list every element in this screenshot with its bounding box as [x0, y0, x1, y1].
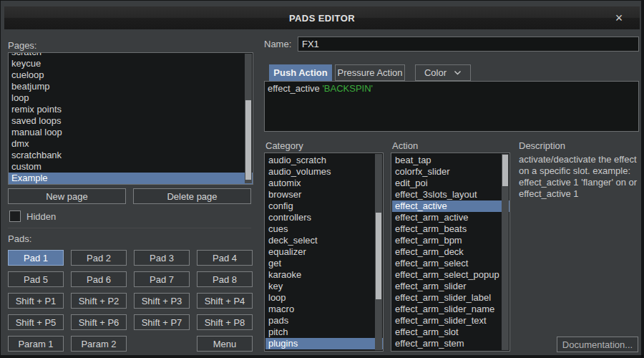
- pad-button[interactable]: Pad 8: [197, 271, 253, 287]
- action-item[interactable]: effect_arm_select: [392, 258, 509, 269]
- pages-list-item[interactable]: keycue: [9, 58, 253, 69]
- action-item[interactable]: effect_arm_slider_label: [392, 292, 509, 304]
- pad-button[interactable]: Pad 3: [134, 250, 190, 266]
- pad-button[interactable]: Shift + P5: [8, 314, 64, 330]
- category-item[interactable]: key: [265, 281, 383, 292]
- category-scrollbar[interactable]: [375, 154, 382, 350]
- pad-button[interactable]: Pad 2: [71, 250, 127, 266]
- chevron-down-icon: [454, 70, 462, 75]
- pad-button[interactable]: Shift + P8: [197, 314, 253, 330]
- tab-push-action[interactable]: Push Action: [269, 64, 332, 81]
- pad-button[interactable]: Pad 6: [71, 271, 127, 287]
- action-item[interactable]: effect_3slots_layout: [392, 189, 509, 200]
- tab-push-action-label: Push Action: [273, 67, 327, 78]
- pads-editor-dialog: PADS EDITOR × Pages: scratchkeycuecueloo…: [0, 0, 644, 358]
- pad-button[interactable]: Shift + P1: [8, 293, 64, 309]
- dialog-title: PADS EDITOR: [289, 13, 355, 24]
- pages-list[interactable]: scratchkeycuecueloopbeatjumploopremix po…: [8, 52, 253, 185]
- close-icon[interactable]: ×: [611, 6, 627, 29]
- action-item[interactable]: effect_arm_stem: [392, 338, 509, 349]
- pages-list-item[interactable]: remix points: [9, 104, 253, 115]
- category-item[interactable]: loop: [265, 292, 383, 304]
- category-item[interactable]: pitch: [265, 326, 383, 338]
- action-header: Action: [392, 140, 418, 151]
- window-frame-bottom: [1, 355, 643, 357]
- category-list[interactable]: audio_scratchaudio_volumesautomixbrowser…: [264, 153, 384, 352]
- action-item[interactable]: effect_active: [392, 200, 509, 212]
- action-scrollbar[interactable]: [502, 154, 509, 350]
- action-item[interactable]: effect_arm_slider_name: [392, 304, 509, 315]
- pad-button[interactable]: Param 2: [71, 336, 127, 352]
- action-item[interactable]: effect_arm_active: [392, 212, 509, 223]
- name-label: Name:: [264, 39, 291, 49]
- pad-button[interactable]: Shift + P3: [134, 293, 190, 309]
- pad-button[interactable]: Pad 4: [197, 250, 253, 266]
- category-item[interactable]: browser: [265, 189, 383, 200]
- hidden-label: Hidden: [26, 211, 56, 222]
- pages-list-item[interactable]: scratchbank: [9, 150, 253, 161]
- pad-button[interactable]: Shift + P6: [71, 314, 127, 330]
- pages-list-item[interactable]: custom: [9, 161, 253, 173]
- category-item[interactable]: automix: [265, 178, 383, 189]
- category-item[interactable]: deck_select: [265, 235, 383, 246]
- action-scrollbar-thumb[interactable]: [502, 155, 508, 186]
- name-input[interactable]: [298, 37, 639, 52]
- category-scrollbar-thumb[interactable]: [376, 213, 381, 299]
- category-item[interactable]: pads: [265, 315, 383, 326]
- pages-scrollbar-thumb[interactable]: [245, 100, 251, 179]
- action-item[interactable]: effect_arm_bpm: [392, 235, 509, 246]
- pages-scrollbar[interactable]: [245, 54, 252, 183]
- action-item[interactable]: colorfx_slider: [392, 166, 509, 178]
- pad-button[interactable]: Pad 1: [8, 250, 64, 266]
- pad-button[interactable]: Pad 5: [8, 271, 64, 287]
- pad-button[interactable]: Shift + P4: [197, 293, 253, 309]
- script-editor[interactable]: effect_active 'BACKSPIN': [264, 81, 639, 132]
- pages-list-item[interactable]: saved loops: [9, 115, 253, 127]
- pads-label: Pads:: [8, 233, 31, 244]
- pages-list-item[interactable]: manual loop: [9, 127, 253, 138]
- category-item[interactable]: audio_scratch: [265, 155, 383, 166]
- category-item[interactable]: macro: [265, 304, 383, 315]
- documentation-label: Documentation...: [562, 339, 633, 350]
- tab-pressure-action[interactable]: Pressure Action: [335, 64, 405, 81]
- description-header: Description: [519, 140, 565, 151]
- action-item[interactable]: beat_tap: [392, 155, 509, 166]
- category-item[interactable]: audio_volumes: [265, 166, 383, 178]
- color-dropdown[interactable]: Color: [415, 64, 471, 81]
- pages-list-item[interactable]: cueloop: [9, 69, 253, 81]
- script-string-literal: 'BACKSPIN': [322, 83, 373, 94]
- action-item[interactable]: effect_arm_slot: [392, 326, 509, 338]
- pages-list-item[interactable]: Example: [9, 173, 253, 184]
- pages-list-item[interactable]: beatjump: [9, 81, 253, 92]
- action-item[interactable]: effect_arm_slider: [392, 281, 509, 292]
- category-item[interactable]: get: [265, 258, 383, 269]
- category-header: Category: [265, 140, 303, 151]
- category-item[interactable]: karaoke: [265, 269, 383, 281]
- divider: [8, 228, 251, 228]
- category-item[interactable]: cues: [265, 223, 383, 235]
- action-item[interactable]: effect_arm_deck: [392, 246, 509, 258]
- action-item[interactable]: effect_arm_slider_text: [392, 315, 509, 326]
- title-bar: PADS EDITOR ×: [4, 6, 640, 29]
- pad-button[interactable]: Pad 7: [134, 271, 190, 287]
- category-item[interactable]: plugins: [265, 338, 383, 349]
- hidden-checkbox[interactable]: [9, 211, 21, 222]
- pad-button[interactable]: Shift + P2: [71, 293, 127, 309]
- pages-label: Pages:: [8, 40, 36, 51]
- action-item[interactable]: effect_arm_beats: [392, 223, 509, 235]
- delete-page-button[interactable]: Delete page: [133, 188, 251, 204]
- pages-list-item[interactable]: scratch: [9, 52, 253, 58]
- documentation-button[interactable]: Documentation...: [557, 337, 638, 352]
- pad-button[interactable]: Menu: [197, 336, 253, 352]
- pad-button[interactable]: Param 1: [8, 336, 64, 352]
- pad-button[interactable]: Shift + P7: [134, 314, 190, 330]
- action-item[interactable]: edit_poi: [392, 178, 509, 189]
- category-item[interactable]: config: [265, 200, 383, 212]
- action-item[interactable]: effect_arm_select_popup: [392, 269, 509, 281]
- pages-list-item[interactable]: dmx: [9, 138, 253, 150]
- new-page-button[interactable]: New page: [8, 188, 126, 204]
- pages-list-item[interactable]: loop: [9, 92, 253, 104]
- category-item[interactable]: controllers: [265, 212, 383, 223]
- action-list[interactable]: beat_tapcolorfx_slideredit_poieffect_3sl…: [391, 153, 510, 352]
- category-item[interactable]: equalizer: [265, 246, 383, 258]
